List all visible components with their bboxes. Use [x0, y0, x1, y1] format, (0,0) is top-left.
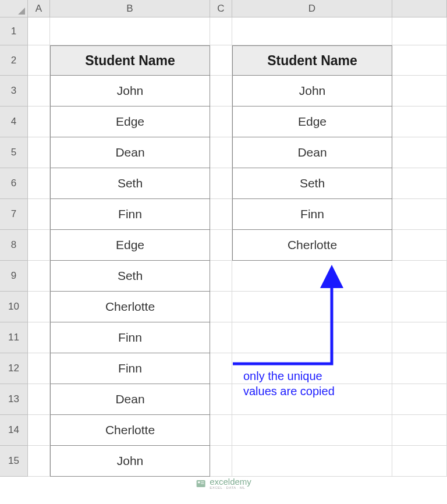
cell-a9[interactable]	[28, 261, 50, 292]
cell-c12[interactable]	[210, 353, 232, 384]
cell-b10[interactable]: Cherlotte	[50, 292, 210, 322]
cell-e14[interactable]	[392, 415, 447, 446]
cell-b15[interactable]: John	[50, 446, 210, 477]
cell-b1[interactable]	[50, 17, 210, 45]
col-header-a[interactable]: A	[28, 0, 50, 17]
cell-a15[interactable]	[28, 446, 50, 477]
cell-e2[interactable]	[392, 45, 447, 76]
cell-b7[interactable]: Finn	[50, 199, 210, 230]
cell-a10[interactable]	[28, 292, 50, 322]
cell-a13[interactable]	[28, 384, 50, 415]
cell-d8[interactable]: Cherlotte	[232, 230, 392, 261]
cell-a4[interactable]	[28, 107, 50, 137]
row-header-10[interactable]: 10	[0, 292, 28, 322]
cell-a1[interactable]	[28, 17, 50, 45]
cell-c5[interactable]	[210, 137, 232, 168]
row-header-6[interactable]: 6	[0, 168, 28, 199]
cell-a3[interactable]	[28, 76, 50, 107]
cell-d7[interactable]: Finn	[232, 199, 392, 230]
cell-e1[interactable]	[392, 17, 447, 45]
row-header-13[interactable]: 13	[0, 384, 28, 415]
cell-d10[interactable]	[232, 292, 392, 322]
cell-c14[interactable]	[210, 415, 232, 446]
row-header-15[interactable]: 15	[0, 446, 28, 477]
cell-c15[interactable]	[210, 446, 232, 477]
cell-d12[interactable]	[232, 353, 392, 384]
cell-c11[interactable]	[210, 322, 232, 353]
cell-c7[interactable]	[210, 199, 232, 230]
cell-c2[interactable]	[210, 45, 232, 76]
row-header-2[interactable]: 2	[0, 45, 28, 76]
col-header-d[interactable]: D	[232, 0, 392, 17]
svg-rect-3	[201, 483, 204, 484]
cell-a7[interactable]	[28, 199, 50, 230]
cell-c6[interactable]	[210, 168, 232, 199]
cell-a6[interactable]	[28, 168, 50, 199]
row-header-9[interactable]: 9	[0, 261, 28, 292]
cell-d6[interactable]: Seth	[232, 168, 392, 199]
cell-b14[interactable]: Cherlotte	[50, 415, 210, 446]
select-all-corner[interactable]	[0, 0, 28, 17]
cell-e10[interactable]	[392, 292, 447, 322]
row-header-7[interactable]: 7	[0, 199, 28, 230]
cell-c1[interactable]	[210, 17, 232, 45]
cell-b8[interactable]: Edge	[50, 230, 210, 261]
cell-d5[interactable]: Dean	[232, 137, 392, 168]
cell-d1[interactable]	[232, 17, 392, 45]
row-header-11[interactable]: 11	[0, 322, 28, 353]
cell-a11[interactable]	[28, 322, 50, 353]
cell-e11[interactable]	[392, 322, 447, 353]
cell-b2-header[interactable]: Student Name	[50, 45, 210, 76]
cell-c4[interactable]	[210, 107, 232, 137]
cell-b11[interactable]: Finn	[50, 322, 210, 353]
cell-b6[interactable]: Seth	[50, 168, 210, 199]
cell-e7[interactable]	[392, 199, 447, 230]
cell-d3[interactable]: John	[232, 76, 392, 107]
cell-a2[interactable]	[28, 45, 50, 76]
row-header-8[interactable]: 8	[0, 230, 28, 261]
cell-b13[interactable]: Dean	[50, 384, 210, 415]
cell-b3[interactable]: John	[50, 76, 210, 107]
cell-a8[interactable]	[28, 230, 50, 261]
cell-c3[interactable]	[210, 76, 232, 107]
cell-e13[interactable]	[392, 384, 447, 415]
cell-a5[interactable]	[28, 137, 50, 168]
watermark-sub: EXCEL · DATA · ML	[210, 486, 251, 489]
cell-b5[interactable]: Dean	[50, 137, 210, 168]
row-header-4[interactable]: 4	[0, 107, 28, 137]
cell-b4[interactable]: Edge	[50, 107, 210, 137]
cell-d13[interactable]	[232, 384, 392, 415]
cell-e15[interactable]	[392, 446, 447, 477]
cell-e9[interactable]	[392, 261, 447, 292]
row-header-12[interactable]: 12	[0, 353, 28, 384]
cell-e4[interactable]	[392, 107, 447, 137]
svg-rect-1	[198, 481, 200, 483]
watermark-icon	[196, 478, 206, 489]
col-header-c[interactable]: C	[210, 0, 232, 17]
cell-d4[interactable]: Edge	[232, 107, 392, 137]
cell-b9[interactable]: Seth	[50, 261, 210, 292]
cell-e8[interactable]	[392, 230, 447, 261]
row-header-3[interactable]: 3	[0, 76, 28, 107]
cell-e12[interactable]	[392, 353, 447, 384]
cell-c13[interactable]	[210, 384, 232, 415]
cell-c9[interactable]	[210, 261, 232, 292]
cell-a14[interactable]	[28, 415, 50, 446]
cell-c10[interactable]	[210, 292, 232, 322]
col-header-blank[interactable]	[392, 0, 447, 17]
row-header-14[interactable]: 14	[0, 415, 28, 446]
cell-d9[interactable]	[232, 261, 392, 292]
row-header-5[interactable]: 5	[0, 137, 28, 168]
cell-e3[interactable]	[392, 76, 447, 107]
cell-b12[interactable]: Finn	[50, 353, 210, 384]
cell-d14[interactable]	[232, 415, 392, 446]
col-header-b[interactable]: B	[50, 0, 210, 17]
cell-d15[interactable]	[232, 446, 392, 477]
cell-a12[interactable]	[28, 353, 50, 384]
cell-d11[interactable]	[232, 322, 392, 353]
cell-c8[interactable]	[210, 230, 232, 261]
cell-d2-header[interactable]: Student Name	[232, 45, 392, 76]
cell-e5[interactable]	[392, 137, 447, 168]
row-header-1[interactable]: 1	[0, 17, 28, 45]
cell-e6[interactable]	[392, 168, 447, 199]
